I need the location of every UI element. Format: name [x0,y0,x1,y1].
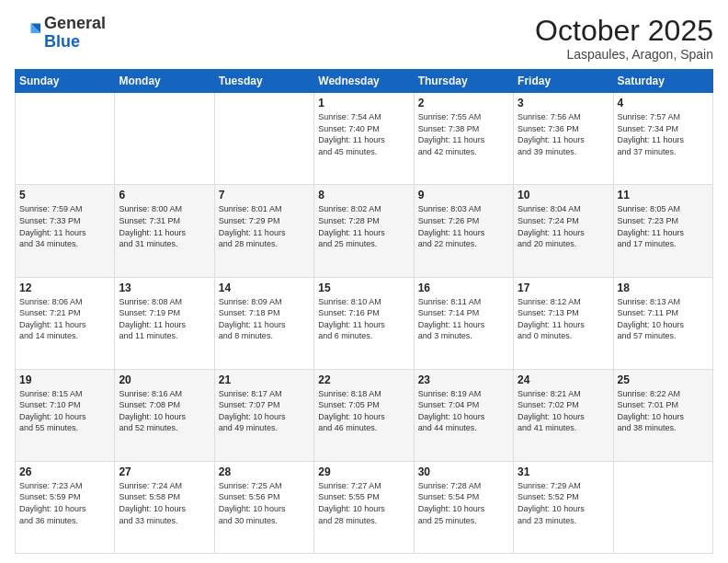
day-number: 24 [518,373,609,386]
week-row-5: 26Sunrise: 7:23 AMSunset: 5:59 PMDayligh… [16,461,713,553]
day-cell-25: 25Sunrise: 8:22 AMSunset: 7:01 PMDayligh… [613,369,712,461]
day-cell-26: 26Sunrise: 7:23 AMSunset: 5:59 PMDayligh… [16,461,115,553]
day-number: 22 [318,373,409,386]
day-info: Sunrise: 7:25 AMSunset: 5:56 PMDaylight:… [219,480,310,526]
day-header-sunday: Sunday [16,70,115,93]
logo-icon [15,20,40,46]
day-info: Sunrise: 7:59 AMSunset: 7:33 PMDaylight:… [19,203,110,249]
day-number: 26 [19,465,110,478]
empty-cell [613,461,712,553]
day-number: 4 [618,97,709,109]
day-cell-8: 8Sunrise: 8:02 AMSunset: 7:28 PMDaylight… [314,185,414,277]
day-cell-11: 11Sunrise: 8:05 AMSunset: 7:23 PMDayligh… [613,185,712,277]
day-info: Sunrise: 8:11 AMSunset: 7:14 PMDaylight:… [418,296,509,342]
logo-text: General Blue [44,15,106,52]
day-info: Sunrise: 7:29 AMSunset: 5:52 PMDaylight:… [518,480,609,526]
day-cell-12: 12Sunrise: 8:06 AMSunset: 7:21 PMDayligh… [16,277,115,369]
day-number: 12 [19,282,110,294]
day-cell-19: 19Sunrise: 8:15 AMSunset: 7:10 PMDayligh… [16,369,115,461]
day-info: Sunrise: 7:54 AMSunset: 7:40 PMDaylight:… [318,111,409,157]
day-cell-23: 23Sunrise: 8:19 AMSunset: 7:04 PMDayligh… [414,369,513,461]
day-cell-9: 9Sunrise: 8:03 AMSunset: 7:26 PMDaylight… [414,185,513,277]
day-cell-29: 29Sunrise: 7:27 AMSunset: 5:55 PMDayligh… [314,461,414,553]
header-row: SundayMondayTuesdayWednesdayThursdayFrid… [16,70,713,93]
day-number: 13 [119,282,210,294]
day-info: Sunrise: 8:16 AMSunset: 7:08 PMDaylight:… [119,388,210,434]
day-number: 29 [318,465,409,478]
empty-cell [16,93,115,185]
day-cell-2: 2Sunrise: 7:55 AMSunset: 7:38 PMDaylight… [414,93,513,185]
day-number: 14 [219,282,310,294]
day-number: 10 [518,189,609,201]
day-cell-24: 24Sunrise: 8:21 AMSunset: 7:02 PMDayligh… [514,369,613,461]
day-cell-10: 10Sunrise: 8:04 AMSunset: 7:24 PMDayligh… [514,185,613,277]
day-cell-13: 13Sunrise: 8:08 AMSunset: 7:19 PMDayligh… [115,277,214,369]
day-cell-4: 4Sunrise: 7:57 AMSunset: 7:34 PMDaylight… [613,93,712,185]
day-number: 31 [518,465,609,478]
day-cell-21: 21Sunrise: 8:17 AMSunset: 7:07 PMDayligh… [214,369,313,461]
day-cell-7: 7Sunrise: 8:01 AMSunset: 7:29 PMDaylight… [214,185,313,277]
day-cell-16: 16Sunrise: 8:11 AMSunset: 7:14 PMDayligh… [414,277,513,369]
day-info: Sunrise: 8:03 AMSunset: 7:26 PMDaylight:… [418,203,509,249]
day-info: Sunrise: 7:55 AMSunset: 7:38 PMDaylight:… [418,111,509,157]
day-info: Sunrise: 8:18 AMSunset: 7:05 PMDaylight:… [318,388,409,434]
day-header-wednesday: Wednesday [314,70,414,93]
title-section: October 2025 Laspaules, Aragon, Spain [535,15,713,62]
day-number: 18 [618,282,709,294]
day-cell-5: 5Sunrise: 7:59 AMSunset: 7:33 PMDaylight… [16,185,115,277]
day-cell-28: 28Sunrise: 7:25 AMSunset: 5:56 PMDayligh… [214,461,313,553]
day-info: Sunrise: 8:19 AMSunset: 7:04 PMDaylight:… [418,388,509,434]
day-header-monday: Monday [115,70,214,93]
day-number: 27 [119,465,210,478]
day-number: 17 [518,282,609,294]
day-cell-30: 30Sunrise: 7:28 AMSunset: 5:54 PMDayligh… [414,461,513,553]
day-number: 21 [219,373,310,386]
day-number: 6 [119,189,210,201]
day-info: Sunrise: 7:57 AMSunset: 7:34 PMDaylight:… [618,111,709,157]
day-number: 5 [19,189,110,201]
day-number: 8 [318,189,409,201]
day-header-saturday: Saturday [613,70,712,93]
day-info: Sunrise: 8:01 AMSunset: 7:29 PMDaylight:… [219,203,310,249]
day-info: Sunrise: 7:28 AMSunset: 5:54 PMDaylight:… [418,480,509,526]
day-number: 25 [618,373,709,386]
day-info: Sunrise: 8:21 AMSunset: 7:02 PMDaylight:… [518,388,609,434]
empty-cell [115,93,214,185]
day-info: Sunrise: 8:02 AMSunset: 7:28 PMDaylight:… [318,203,409,249]
month-title: October 2025 [535,15,713,47]
day-number: 15 [318,282,409,294]
day-cell-1: 1Sunrise: 7:54 AMSunset: 7:40 PMDaylight… [314,93,414,185]
week-row-4: 19Sunrise: 8:15 AMSunset: 7:10 PMDayligh… [16,369,713,461]
day-cell-27: 27Sunrise: 7:24 AMSunset: 5:58 PMDayligh… [115,461,214,553]
day-number: 20 [119,373,210,386]
location: Laspaules, Aragon, Spain [535,47,713,62]
week-row-3: 12Sunrise: 8:06 AMSunset: 7:21 PMDayligh… [16,277,713,369]
day-number: 7 [219,189,310,201]
logo-blue: Blue [44,32,80,51]
day-info: Sunrise: 8:10 AMSunset: 7:16 PMDaylight:… [318,296,409,342]
logo: General Blue [15,15,106,52]
day-info: Sunrise: 8:13 AMSunset: 7:11 PMDaylight:… [618,296,709,342]
day-number: 23 [418,373,509,386]
day-info: Sunrise: 8:12 AMSunset: 7:13 PMDaylight:… [518,296,609,342]
week-row-2: 5Sunrise: 7:59 AMSunset: 7:33 PMDaylight… [16,185,713,277]
day-info: Sunrise: 8:15 AMSunset: 7:10 PMDaylight:… [19,388,110,434]
day-info: Sunrise: 7:56 AMSunset: 7:36 PMDaylight:… [518,111,609,157]
logo-general: General [44,14,106,32]
day-number: 1 [318,97,409,109]
day-info: Sunrise: 8:06 AMSunset: 7:21 PMDaylight:… [19,296,110,342]
day-info: Sunrise: 8:22 AMSunset: 7:01 PMDaylight:… [618,388,709,434]
day-info: Sunrise: 7:24 AMSunset: 5:58 PMDaylight:… [119,480,210,526]
day-cell-22: 22Sunrise: 8:18 AMSunset: 7:05 PMDayligh… [314,369,414,461]
day-number: 9 [418,189,509,201]
day-number: 28 [219,465,310,478]
day-number: 30 [418,465,509,478]
day-info: Sunrise: 8:08 AMSunset: 7:19 PMDaylight:… [119,296,210,342]
day-number: 19 [19,373,110,386]
day-header-tuesday: Tuesday [214,70,313,93]
calendar-table: SundayMondayTuesdayWednesdayThursdayFrid… [15,69,713,554]
day-cell-6: 6Sunrise: 8:00 AMSunset: 7:31 PMDaylight… [115,185,214,277]
empty-cell [214,93,313,185]
day-cell-31: 31Sunrise: 7:29 AMSunset: 5:52 PMDayligh… [514,461,613,553]
day-number: 16 [418,282,509,294]
